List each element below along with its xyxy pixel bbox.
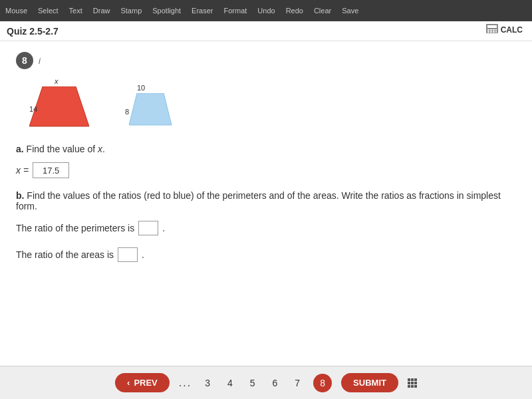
perimeters-row: The ratio of the perimeters is . (16, 221, 516, 235)
part-a-bold: a. (16, 144, 24, 154)
toolbar-select[interactable]: Select (38, 7, 59, 15)
quiz-title-bar: Quiz 2.5-2.7 (0, 21, 532, 41)
toolbar: Mouse Select Text Draw Stamp Spotlight E… (0, 0, 532, 21)
svg-rect-8 (493, 31, 495, 33)
toolbar-undo[interactable]: Undo (257, 7, 275, 15)
red-trapezoid-container: x 14 (29, 77, 96, 130)
nav-page-7[interactable]: 7 (291, 375, 304, 391)
nav-page-3[interactable]: 3 (201, 375, 214, 391)
svg-rect-3 (490, 29, 492, 31)
areas-answer-box[interactable] (118, 247, 138, 262)
red-trapezoid-svg (29, 86, 89, 130)
blue-trapezoid-svg (129, 93, 172, 128)
part-b-bold: b. (16, 190, 24, 201)
part-a-label: a. Find the value of x. (16, 144, 516, 154)
bottom-navigation: ‹ PREV ... 3 4 5 6 7 8 SUBMIT (0, 366, 532, 399)
toolbar-save[interactable]: Save (342, 7, 358, 15)
nav-page-5[interactable]: 5 (246, 375, 259, 391)
svg-rect-5 (495, 29, 497, 31)
svg-marker-10 (29, 86, 89, 126)
toolbar-format[interactable]: Format (223, 7, 247, 15)
submit-label: SUBMIT (353, 378, 386, 388)
prev-button[interactable]: ‹ PREV (115, 373, 170, 392)
part-a-answer-row: x = 17.5 (16, 162, 516, 178)
question-number: 8 (16, 52, 33, 69)
toolbar-stamp[interactable]: Stamp (120, 7, 142, 15)
question-info: i (39, 56, 41, 66)
calc-label: CALC (501, 25, 523, 35)
calc-button[interactable]: CALC (482, 21, 527, 38)
grid-icon[interactable] (408, 378, 417, 388)
toolbar-clear[interactable]: Clear (314, 7, 331, 15)
toolbar-text[interactable]: Text (69, 7, 82, 15)
calc-icon (486, 24, 498, 35)
part-b-text: Find the values of the ratios (red to bl… (16, 190, 501, 211)
nav-page-6[interactable]: 6 (269, 375, 282, 391)
svg-rect-6 (487, 31, 489, 33)
part-a-answer-box[interactable]: 17.5 (33, 162, 69, 178)
prev-label: PREV (134, 378, 157, 388)
blue-side-label: 8 (125, 108, 129, 116)
part-b-label: b. Find the values of the ratios (red to… (16, 190, 516, 211)
nav-page-8-active[interactable]: 8 (313, 374, 332, 392)
svg-rect-9 (495, 31, 497, 33)
svg-rect-4 (493, 29, 495, 31)
nav-dots: ... (179, 377, 192, 389)
svg-rect-1 (487, 25, 497, 28)
areas-row: The ratio of the areas is . (16, 247, 516, 262)
toolbar-eraser[interactable]: Eraser (192, 7, 213, 15)
nav-page-4[interactable]: 4 (223, 375, 237, 391)
part-a-answer-value: 17.5 (43, 166, 59, 176)
part-a-variable: x (98, 144, 102, 154)
red-top-label: x (55, 77, 59, 85)
svg-marker-11 (129, 93, 172, 125)
toolbar-spotlight[interactable]: Spotlight (152, 7, 181, 15)
main-content: 8 i x 14 10 8 a. Find the value of x. x … (0, 41, 532, 394)
svg-rect-7 (490, 31, 492, 33)
red-side-label: 14 (29, 105, 37, 113)
question-header: 8 i (16, 52, 516, 69)
x-equals-label: x = (16, 165, 29, 176)
toolbar-redo[interactable]: Redo (286, 7, 303, 15)
perimeters-text: The ratio of the perimeters is (16, 223, 134, 233)
submit-button[interactable]: SUBMIT (341, 373, 398, 392)
toolbar-mouse[interactable]: Mouse (5, 7, 27, 15)
svg-rect-2 (487, 29, 489, 31)
shapes-area: x 14 10 8 (29, 77, 516, 130)
quiz-title: Quiz 2.5-2.7 (7, 26, 59, 37)
blue-trapezoid-container: 10 8 (122, 84, 176, 130)
toolbar-draw[interactable]: Draw (93, 7, 110, 15)
areas-text: The ratio of the areas is (16, 249, 114, 260)
prev-chevron-icon: ‹ (127, 378, 130, 388)
perimeters-answer-box[interactable] (138, 221, 158, 235)
blue-top-label: 10 (137, 84, 145, 92)
